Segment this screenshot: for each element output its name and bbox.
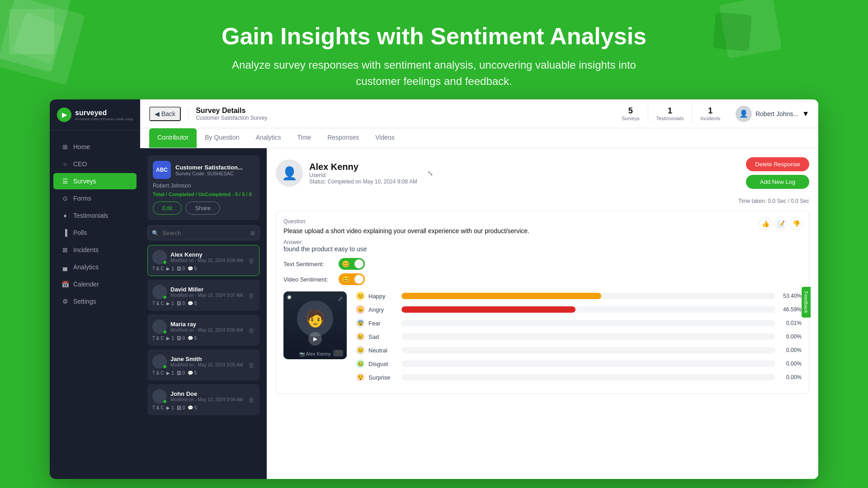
stat-testimonials-label: Testimonials xyxy=(656,116,684,121)
respondent-meta: T & C ▶ 1 🖼 0 💬 5 xyxy=(152,336,255,341)
topbar-divider xyxy=(188,107,189,121)
sentiment-bar-sad: 😢 Sad 0.00% xyxy=(356,332,802,341)
sidebar: ▶ surveyed AI based Video Reviews made e… xyxy=(50,99,140,479)
bar-track xyxy=(401,333,775,340)
respondent-date: Modified on - May 10, 2024 9:07 AM xyxy=(170,293,243,298)
sidebar-item-forms[interactable]: ⊙ Forms xyxy=(53,190,137,206)
survey-info-card: ABC Customer Satisfaction... Survey Code… xyxy=(147,155,259,220)
respondent-date: Modified on - May 10, 2024 9:06 AM xyxy=(170,328,243,333)
respondent-item[interactable]: Maria ray Modified on - May 10, 2024 9:0… xyxy=(147,314,259,346)
back-button[interactable]: ◀ Back xyxy=(149,107,181,121)
left-panel: ABC Customer Satisfaction... Survey Code… xyxy=(140,148,267,479)
video-sentiment-row: Video Sentiment: 😊 xyxy=(283,273,802,285)
respondent-name: John Doe xyxy=(170,390,243,397)
delete-icon[interactable]: 🗑 xyxy=(248,396,255,404)
bar-track xyxy=(401,293,775,299)
status-dot xyxy=(163,260,167,264)
respondent-item[interactable]: David Miller Modified on - May 10, 2024 … xyxy=(147,280,259,311)
sidebar-item-testimonials[interactable]: ♦ Testimonials xyxy=(53,207,137,224)
thumbs-down-button[interactable]: 👎 xyxy=(790,217,802,230)
status-dot xyxy=(163,330,167,334)
thumbs-up-button[interactable]: 👍 xyxy=(759,217,772,230)
toggle-emoji: 😊 xyxy=(342,260,349,267)
question-label: Question: xyxy=(283,218,802,225)
bar-pct: 0.00% xyxy=(779,333,802,340)
detail-avatar: 👤 xyxy=(276,160,303,187)
angry-icon: 😠 xyxy=(356,305,365,314)
stat-surveys-num: 5 xyxy=(622,106,640,116)
stat-testimonials: 1 Testimonials xyxy=(648,104,693,123)
share-button[interactable]: Share xyxy=(185,202,220,215)
survey-details-title: Survey Details xyxy=(196,107,267,115)
video-play-button[interactable]: ▶ xyxy=(308,332,322,346)
tab-time[interactable]: Time xyxy=(289,128,320,148)
sidebar-item-ceo[interactable]: ○ CEO xyxy=(53,156,137,172)
sidebar-item-label: Testimonials xyxy=(73,212,108,219)
text-sentiment-label: Text Sentiment: xyxy=(283,261,333,267)
sidebar-item-home[interactable]: ⊞ Home xyxy=(53,139,137,155)
video-record-button[interactable]: ⬛ xyxy=(333,350,343,357)
polls-icon: ▐ xyxy=(61,229,69,236)
bar-track xyxy=(401,361,775,367)
edit-button[interactable]: Edit xyxy=(153,202,182,215)
edit-response-button[interactable]: 📝 xyxy=(774,217,787,230)
sidebar-item-incidents[interactable]: ⊠ Incidents xyxy=(53,242,137,258)
video-face: 🧑 xyxy=(297,300,333,337)
detail-name: Alex Kenny xyxy=(309,162,417,172)
sidebar-item-calender[interactable]: 📅 Calender xyxy=(53,276,137,292)
disgust-icon: 🤢 xyxy=(356,359,365,368)
sentiment-bar-disgust: 🤢 Disgust 0.00% xyxy=(356,359,802,368)
respondent-item[interactable]: Jane Smith Modified on - May 10, 2024 9:… xyxy=(147,349,259,380)
sidebar-item-settings[interactable]: ⚙ Settings xyxy=(53,293,137,310)
survey-logo: ABC xyxy=(153,161,171,179)
delete-icon[interactable]: 🗑 xyxy=(248,361,255,369)
sidebar-item-surveys[interactable]: ☰ Surveys xyxy=(53,173,137,189)
delete-icon[interactable]: 🗑 xyxy=(248,327,255,334)
tab-analytics[interactable]: Analytics xyxy=(248,128,289,148)
settings-icon: ⚙ xyxy=(61,298,69,305)
detail-header: 👤 Alex Kenny UserId: Status: Completed o… xyxy=(276,157,809,189)
respondent-item[interactable]: Alex Kenny Modified on - May 10, 2024 9:… xyxy=(147,245,259,276)
sidebar-item-analytics[interactable]: ▄ Analytics xyxy=(53,259,137,275)
user-name: Robert Johns... xyxy=(755,110,798,117)
bar-track xyxy=(401,347,775,353)
status-dot xyxy=(163,295,167,299)
video-sentiment-label: Video Sentiment: xyxy=(283,276,333,283)
reaction-icons: 👍 📝 👎 xyxy=(759,217,802,230)
bar-pct: 53.40% xyxy=(779,293,802,299)
respondent-avatar xyxy=(152,250,167,264)
feedback-tab[interactable]: Feedback xyxy=(802,287,811,318)
topbar-stats: 5 Surveys 1 Testimonials 1 Incidents xyxy=(613,104,728,123)
text-sentiment-toggle[interactable]: 😊 xyxy=(339,258,365,270)
user-info[interactable]: 👤 Robert Johns... ▼ xyxy=(736,106,809,122)
respondent-item[interactable]: John Doe Modified on - May 10, 2024 9:04… xyxy=(147,384,259,415)
delete-response-button[interactable]: Delete Response xyxy=(746,157,809,171)
sidebar-item-label: Home xyxy=(73,143,90,150)
sidebar-item-label: Analytics xyxy=(73,263,99,271)
tab-videos[interactable]: Videos xyxy=(367,128,403,148)
sentiment-name: Neutral xyxy=(368,347,398,354)
tab-responses[interactable]: Responses xyxy=(319,128,367,148)
answer-label: Answer: xyxy=(283,239,802,245)
bar-pct: 0.01% xyxy=(779,320,802,326)
sidebar-item-label: Incidents xyxy=(73,246,99,253)
toggle-circle xyxy=(354,275,363,284)
video-sentiment-toggle[interactable]: 😊 xyxy=(339,273,365,285)
filter-icon[interactable]: ⊞ xyxy=(250,230,255,236)
delete-icon[interactable]: 🗑 xyxy=(248,292,255,299)
respondent-meta: T & C ▶ 1 🖼 0 💬 5 xyxy=(152,405,255,410)
sentiment-name: Fear xyxy=(368,320,398,327)
expand-icon[interactable]: ⤡ xyxy=(427,169,433,178)
delete-icon[interactable]: 🗑 xyxy=(248,257,255,264)
survey-code: Survey Code: SU5HESAC xyxy=(175,171,243,176)
add-log-button[interactable]: Add New Log xyxy=(746,175,809,189)
bar-track xyxy=(401,320,775,326)
tab-contributor[interactable]: Contributor xyxy=(149,128,197,148)
video-share-icon[interactable]: ⤢ xyxy=(338,295,343,302)
sidebar-item-polls[interactable]: ▐ Polls xyxy=(53,225,137,241)
calender-icon: 📅 xyxy=(61,281,69,288)
search-input[interactable] xyxy=(147,225,259,240)
stat-incidents: 1 Incidents xyxy=(692,104,728,123)
question-section: 👍 📝 👎 Feedback Question: Please upload a… xyxy=(276,211,809,394)
tab-by-question[interactable]: By Question xyxy=(197,128,247,148)
